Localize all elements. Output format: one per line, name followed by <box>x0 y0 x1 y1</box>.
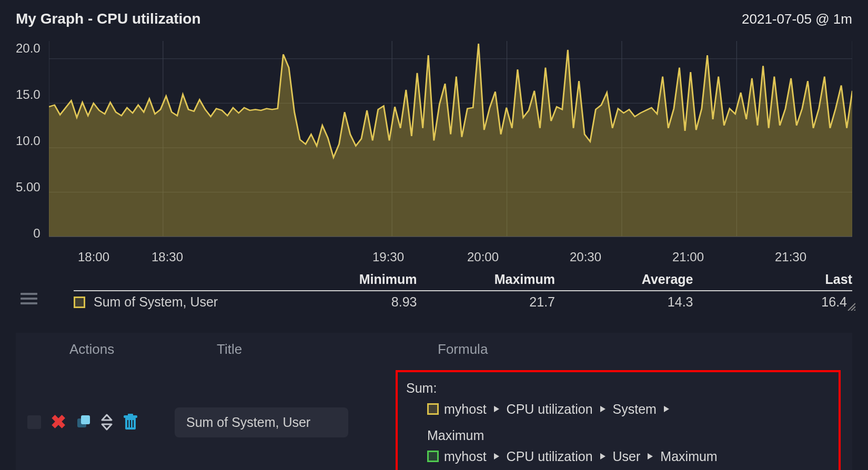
line-chart[interactable] <box>49 37 852 244</box>
y-tick: 5.00 <box>16 180 41 195</box>
breadcrumb-sep-icon <box>494 453 499 459</box>
stats-col-max: Maximum <box>438 272 577 287</box>
x-tick: 20:30 <box>499 250 601 264</box>
action-icons: ✖ <box>27 411 164 433</box>
x-tick: 18:30 <box>115 250 220 264</box>
stat-avg: 14.3 <box>576 294 714 310</box>
formula-item: myhost CPU utilization User Maximum <box>406 446 830 467</box>
formula-operation: Sum: <box>406 377 830 399</box>
timestamp: 2021-07-05 @ 1m <box>742 11 852 27</box>
breadcrumb-sep-icon <box>600 453 605 459</box>
breadcrumb-sep-icon <box>648 453 653 459</box>
series-swatch-icon <box>74 297 85 308</box>
formula-box[interactable]: Sum: myhost CPU utilization System Maxim… <box>396 370 841 470</box>
editor-col-title: Title <box>217 341 427 357</box>
y-axis: 20.0 15.0 10.0 5.00 0 <box>16 41 49 241</box>
header: My Graph - CPU utilization 2021-07-05 @ … <box>16 11 852 27</box>
stats-col-min: Minimum <box>300 272 438 287</box>
breadcrumb-sep-icon <box>494 406 499 412</box>
breadcrumb-sep-icon <box>664 406 669 412</box>
swatch-icon <box>427 403 439 415</box>
page-title: My Graph - CPU utilization <box>16 11 201 27</box>
editor-col-actions: Actions <box>69 341 206 357</box>
svg-line-15 <box>854 310 855 311</box>
swatch-icon <box>427 451 439 462</box>
stat-last: 16.4 <box>714 294 853 310</box>
delete-icon[interactable]: ✖ <box>51 411 66 433</box>
row-checkbox[interactable] <box>27 415 41 429</box>
stats-table: Minimum Maximum Average Last Sum of Syst… <box>74 269 852 313</box>
x-tick: 18:00 <box>78 250 115 264</box>
stat-max: 21.7 <box>438 294 577 310</box>
chart-area: 20.0 15.0 10.0 5.00 0 <box>16 37 852 244</box>
stats-col-last: Last <box>714 272 853 287</box>
y-tick: 15.0 <box>16 87 41 102</box>
resize-handle-icon[interactable] <box>846 301 855 311</box>
reorder-icon[interactable] <box>101 414 113 431</box>
y-tick: 10.0 <box>16 134 41 148</box>
hamburger-icon[interactable] <box>16 293 42 304</box>
stat-min: 8.93 <box>300 294 438 310</box>
title-input[interactable]: Sum of System, User <box>175 407 348 437</box>
trash-icon[interactable] <box>122 413 139 431</box>
formula-item: myhost CPU utilization System Maximum <box>406 399 830 446</box>
svg-rect-17 <box>81 415 90 424</box>
editor-section: Actions Title Formula ✖ <box>16 333 852 470</box>
x-tick: 19:30 <box>220 250 404 264</box>
y-tick: 20.0 <box>16 41 41 56</box>
stats-col-avg: Average <box>576 272 714 287</box>
editor-col-formula: Formula <box>438 341 841 357</box>
x-tick: 21:30 <box>704 250 806 264</box>
copy-icon[interactable] <box>76 414 92 430</box>
x-tick: 21:00 <box>601 250 704 264</box>
breadcrumb-sep-icon <box>600 406 605 412</box>
series-name: Sum of System, User <box>94 294 218 310</box>
x-tick: 20:00 <box>404 250 499 264</box>
y-tick: 0 <box>33 226 40 241</box>
svg-rect-20 <box>128 414 133 416</box>
x-axis: 18:00 18:30 19:30 20:00 20:30 21:00 21:3… <box>78 250 852 264</box>
